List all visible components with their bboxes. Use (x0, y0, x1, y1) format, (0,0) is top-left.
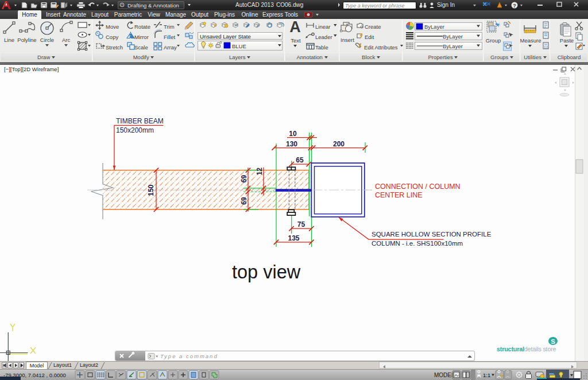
svg-text:SQUARE HOLLOW SECTION PROFILE: SQUARE HOLLOW SECTION PROFILE (372, 231, 492, 238)
svg-text:1:1: 1:1 (483, 372, 490, 378)
svg-text:69: 69 (240, 197, 248, 205)
svg-text:150: 150 (147, 184, 155, 196)
svg-text:10: 10 (289, 130, 297, 138)
svg-text:75: 75 (297, 220, 305, 228)
svg-text:CONNECTION / COLUMN: CONNECTION / COLUMN (375, 183, 461, 191)
svg-text:TIMBER BEAM: TIMBER BEAM (116, 117, 164, 125)
svg-text:structuraldetails store: structuraldetails store (497, 346, 556, 352)
svg-text:12: 12 (256, 168, 264, 176)
svg-text:65: 65 (296, 156, 304, 164)
svg-text:200: 200 (333, 140, 345, 148)
svg-text:COLUMN - i.e. SHS100x10mm: COLUMN - i.e. SHS100x10mm (372, 240, 463, 247)
svg-text:CENTER LINE: CENTER LINE (375, 191, 423, 199)
svg-text:top view: top view (232, 262, 301, 282)
svg-text:S: S (551, 338, 555, 345)
svg-text:MODEL: MODEL (434, 372, 455, 378)
svg-text:150x200mm: 150x200mm (116, 126, 154, 134)
svg-text:69: 69 (240, 175, 248, 183)
svg-text:130: 130 (286, 140, 297, 148)
svg-text:135: 135 (288, 234, 299, 242)
